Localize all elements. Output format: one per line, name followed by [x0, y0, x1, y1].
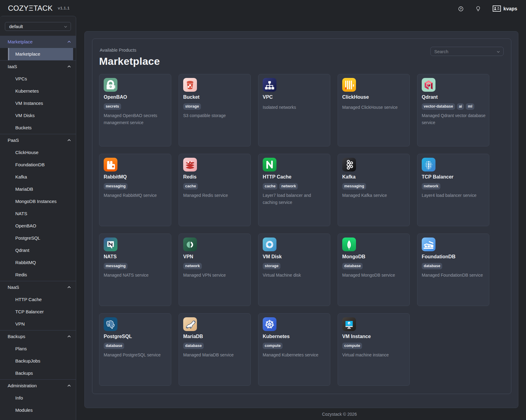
- svg-text:?: ?: [460, 7, 462, 10]
